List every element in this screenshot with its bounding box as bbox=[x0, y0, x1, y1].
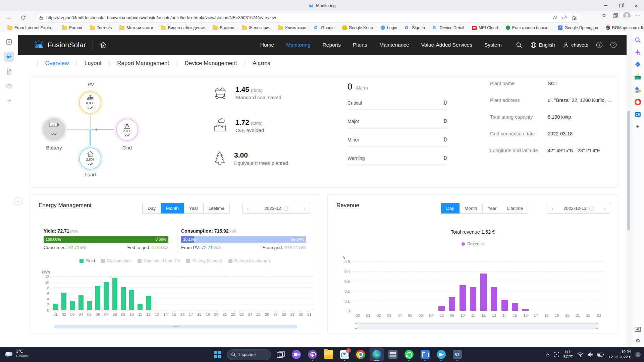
scrollbar-thumb[interactable] bbox=[627, 111, 630, 231]
browser-menu-icon[interactable]: ⋯ bbox=[635, 13, 641, 19]
refresh-button[interactable] bbox=[19, 13, 28, 21]
next-date-icon[interactable]: › bbox=[600, 205, 610, 211]
energy-date-picker[interactable]: ‹ 2022-12 › bbox=[242, 203, 310, 214]
address-bar[interactable]: https://region04eu5.fusionsolar.huawei.c… bbox=[36, 13, 582, 22]
collections-icon[interactable] bbox=[612, 13, 619, 19]
taskbar-app[interactable] bbox=[305, 348, 319, 361]
legend-item[interactable]: Battery (discharge) bbox=[228, 258, 270, 263]
info-icon[interactable]: i bbox=[596, 42, 602, 48]
help-icon[interactable]: ? bbox=[610, 42, 616, 48]
sidebar-games-icon[interactable] bbox=[634, 86, 641, 93]
taskbar-app[interactable] bbox=[289, 348, 303, 361]
bookmark-item[interactable]: Google Keep bbox=[342, 25, 373, 30]
bookmarks-overflow-chevron[interactable]: › bbox=[638, 25, 639, 30]
subnav-item[interactable]: Layout bbox=[69, 60, 101, 67]
nav-item[interactable]: System bbox=[484, 42, 502, 48]
language-indicator[interactable]: БГР BGPT bbox=[564, 350, 573, 359]
fusionsolar-logo[interactable]: FusionSolar bbox=[34, 40, 86, 50]
bookmark-item[interactable]: Forumi bbox=[62, 25, 82, 30]
nav-item[interactable]: Home bbox=[260, 42, 274, 48]
sidebar-outlook-icon[interactable] bbox=[634, 111, 641, 118]
bookmark-item[interactable]: Вадиас bbox=[213, 25, 234, 30]
nav-item[interactable]: Maintenance bbox=[379, 42, 409, 48]
period-tab[interactable]: Month bbox=[161, 203, 184, 214]
weather-widget[interactable]: 3°C Cloudy bbox=[4, 349, 28, 359]
next-date-icon[interactable]: › bbox=[300, 205, 310, 211]
battery-icon[interactable] bbox=[597, 353, 604, 357]
vertical-tab-document[interactable] bbox=[4, 66, 14, 76]
wifi-icon[interactable] bbox=[577, 352, 583, 357]
taskbar-app[interactable]: 2 bbox=[337, 348, 352, 361]
bookmark-item[interactable]: Device Detail bbox=[433, 25, 464, 30]
profile-avatar[interactable] bbox=[623, 12, 631, 19]
datazoom-left-handle[interactable] bbox=[355, 323, 357, 329]
legend-item[interactable]: Battery (charge) bbox=[186, 258, 222, 263]
taskbar-app[interactable] bbox=[354, 348, 368, 361]
sidebar-add-icon[interactable]: + bbox=[634, 123, 641, 130]
taskbar-app[interactable] bbox=[418, 348, 432, 361]
home-icon[interactable] bbox=[100, 41, 107, 49]
sidebar-panel-icon[interactable] bbox=[634, 325, 642, 333]
restore-button[interactable] bbox=[613, 0, 629, 11]
subnav-item[interactable]: Device Management bbox=[169, 60, 237, 67]
dropbox-tray-icon[interactable] bbox=[554, 352, 559, 357]
nav-item[interactable]: Monitoring bbox=[286, 42, 310, 48]
datazoom-right-handle[interactable] bbox=[596, 323, 598, 329]
read-aloud-icon[interactable]: A) bbox=[550, 14, 560, 22]
back-button[interactable]: ← bbox=[5, 13, 13, 21]
tray-chevron-icon[interactable] bbox=[546, 353, 550, 356]
taskbar-app[interactable]: V2 bbox=[450, 348, 464, 361]
page-scrollbar[interactable] bbox=[627, 32, 631, 347]
search-icon[interactable] bbox=[516, 42, 522, 48]
legend-item[interactable]: Yield bbox=[79, 258, 95, 263]
period-tab[interactable]: Month bbox=[459, 203, 483, 214]
vertical-tab-app[interactable] bbox=[4, 81, 14, 91]
revenue-datazoom-slider[interactable] bbox=[355, 323, 598, 328]
bookmark-item[interactable]: MELCloud bbox=[472, 25, 498, 30]
period-tab[interactable]: Lifetime bbox=[502, 203, 528, 214]
clock[interactable]: 19:04 12.12.2022 г. bbox=[608, 349, 631, 360]
bookmark-item[interactable]: Login bbox=[381, 25, 397, 30]
bookmark-item[interactable]: Torrents bbox=[90, 25, 112, 30]
active-tab[interactable]: Monitoring bbox=[308, 0, 335, 11]
sidebar-shopping-icon[interactable] bbox=[634, 61, 641, 68]
bookmark-item[interactable]: Видео наблюдение bbox=[161, 25, 205, 30]
user-menu[interactable]: chaveto bbox=[563, 42, 588, 48]
nav-item[interactable]: Plants bbox=[353, 42, 367, 48]
add-favorite-icon[interactable] bbox=[569, 14, 579, 22]
station-list-expander[interactable]: › bbox=[14, 197, 22, 205]
period-tab[interactable]: Year bbox=[184, 203, 204, 214]
favorites-icon[interactable] bbox=[602, 13, 608, 19]
subnav-item[interactable]: Report Management bbox=[102, 60, 169, 67]
active-vertical-tab[interactable] bbox=[4, 52, 14, 62]
subnav-item[interactable]: Alarms bbox=[237, 60, 270, 67]
tab-actions-icon[interactable] bbox=[4, 37, 14, 47]
sidebar-copilot-icon[interactable] bbox=[634, 49, 641, 56]
notification-count-badge[interactable]: 1 bbox=[635, 352, 641, 357]
bookmark-item[interactable]: Мотори части bbox=[119, 25, 153, 30]
nav-item[interactable]: Value-Added Services bbox=[421, 42, 472, 48]
subnav-item[interactable]: Overview bbox=[30, 60, 69, 67]
period-tab[interactable]: Day bbox=[441, 203, 460, 214]
revenue-legend[interactable]: Revenue bbox=[328, 242, 618, 246]
start-button[interactable] bbox=[211, 348, 225, 361]
sidebar-search-icon[interactable] bbox=[634, 36, 641, 44]
taskbar-app[interactable] bbox=[402, 348, 416, 361]
language-selector[interactable]: English bbox=[530, 42, 555, 48]
sidebar-office-icon[interactable] bbox=[634, 98, 641, 106]
close-button[interactable]: ✕ bbox=[629, 0, 644, 11]
taskbar-app[interactable] bbox=[273, 348, 287, 361]
period-tab[interactable]: Day bbox=[142, 203, 161, 214]
bookmark-item[interactable]: Климатици bbox=[278, 25, 306, 30]
bookmark-item[interactable]: Google Преводач bbox=[558, 25, 598, 30]
bookmark-item[interactable]: From Internet Explo... bbox=[7, 25, 54, 30]
bookmark-item[interactable]: Електронно банки... bbox=[506, 25, 551, 30]
bookmark-item[interactable]: Железария bbox=[242, 25, 271, 30]
prev-date-icon[interactable]: ‹ bbox=[547, 205, 557, 211]
volume-icon[interactable] bbox=[588, 352, 593, 357]
taskbar-search[interactable]: Търсене bbox=[227, 349, 271, 360]
nav-item[interactable]: Reports bbox=[323, 42, 341, 48]
minimize-button[interactable] bbox=[598, 0, 613, 11]
taskbar-app[interactable] bbox=[434, 348, 448, 361]
taskbar-app[interactable] bbox=[370, 348, 384, 361]
